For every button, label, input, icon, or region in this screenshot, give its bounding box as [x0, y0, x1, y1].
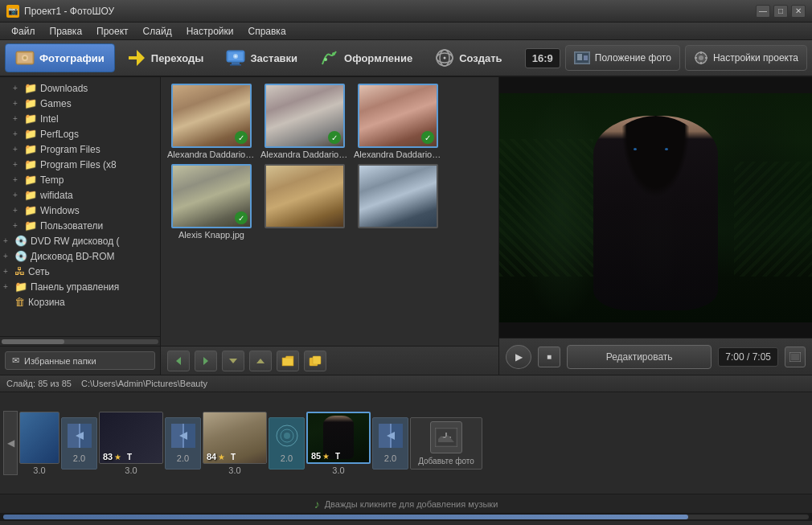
slide-thumb-84[interactable]: 84 ★ T [203, 412, 267, 464]
menu-settings[interactable]: Настройки [180, 24, 240, 39]
tree-item-perflogs[interactable]: + 📁 PerfLogs [0, 126, 160, 142]
svg-rect-31 [283, 359, 293, 365]
edit-btn[interactable]: Редактировать [567, 345, 712, 369]
photo-item-6[interactable] [354, 164, 442, 240]
slide-thumb-pre1[interactable] [19, 412, 59, 464]
tree-label: Intel [40, 113, 59, 125]
copy-btn[interactable] [304, 351, 326, 371]
menu-file[interactable]: Файл [5, 24, 42, 39]
slide-item-pre1[interactable]: 3.0 [19, 412, 59, 475]
photo-position-btn[interactable]: Положение фото [565, 45, 680, 71]
photo-item-3[interactable]: ✓ Alexandra Daddario.jpeg [354, 84, 442, 159]
tree-item-trash[interactable]: 🗑 Корзина [0, 294, 160, 310]
bdrom-icon: 💿 [14, 250, 27, 262]
menu-edit[interactable]: Правка [43, 24, 89, 39]
menubar: Файл Правка Проект Слайд Настройки Справ… [0, 23, 812, 40]
svg-marker-4 [129, 50, 145, 66]
tree-item-downloads[interactable]: + 📁 Downloads [0, 80, 160, 96]
back-btn[interactable] [167, 351, 190, 371]
slide-item-85[interactable]: 85 ★ T 3.0 [306, 412, 371, 475]
tree-item-intel[interactable]: + 📁 Intel [0, 111, 160, 126]
tree-label: Windows [40, 205, 80, 216]
photo-thumb-img-2[interactable]: ✓ [265, 84, 345, 148]
tab-photos[interactable]: Фотографии [5, 43, 115, 72]
tab-create-label: Создать [459, 52, 502, 64]
svg-rect-25 [695, 57, 697, 59]
photo-item-2[interactable]: ✓ Alexandra Daddario (2... [260, 84, 349, 159]
file-tree-scroll[interactable]: + 📁 Downloads + 📁 Games + 📁 Intel + 📁 Pe… [0, 77, 160, 336]
svg-marker-27 [176, 357, 181, 365]
forward-btn[interactable] [195, 351, 217, 371]
tab-create[interactable]: Создать [424, 43, 512, 72]
photo-thumb-img-6[interactable] [358, 164, 438, 228]
network-icon: 🖧 [14, 265, 25, 277]
up-btn[interactable] [249, 351, 272, 371]
photo-thumb-img-5[interactable] [265, 164, 345, 228]
project-settings-btn[interactable]: Настройки проекта [685, 45, 807, 71]
photo-thumb-img-4[interactable]: ✓ [171, 164, 252, 228]
tree-item-windows[interactable]: + 📁 Windows [0, 203, 160, 218]
svg-marker-29 [229, 359, 237, 363]
add-photo-btn[interactable]: Добавьте фото [410, 417, 482, 470]
maximize-btn[interactable]: □ [773, 5, 788, 18]
right-panel: ▶ ■ Редактировать 7:00 / 7:05 [498, 77, 812, 375]
svg-rect-33 [313, 356, 321, 364]
timeline-track[interactable]: ◀ 3.0 2.0 83 ★ [0, 392, 812, 494]
open-folder-btn[interactable] [277, 351, 299, 371]
check-badge-2: ✓ [328, 131, 341, 144]
slide-item-84[interactable]: 84 ★ T 3.0 [203, 412, 267, 475]
favorites-btn[interactable]: ✉ Избранные папки [5, 351, 155, 370]
expand-icon: + [3, 236, 11, 245]
tree-label: Program Files (x8 [40, 159, 117, 170]
slide-thumb-83[interactable]: 83 ★ T [99, 412, 163, 464]
transition-thumb-3[interactable]: 2.0 [269, 417, 305, 470]
transition-thumb-1[interactable]: 2.0 [61, 417, 97, 470]
slide-item-83[interactable]: 83 ★ T 3.0 [99, 412, 163, 475]
music-bar[interactable]: ♪ Дважды кликните для добавления музыки [0, 494, 812, 513]
photo-thumb-img-1[interactable]: ✓ [171, 84, 252, 148]
tree-item-dvd[interactable]: + 💿 DVD RW дисковод ( [0, 233, 160, 248]
tree-label: Сеть [28, 266, 50, 277]
menu-slide[interactable]: Слайд [137, 24, 178, 39]
minimize-btn[interactable]: — [756, 5, 770, 18]
tree-item-bdrom[interactable]: + 💿 Дисковод BD-ROM [0, 248, 160, 264]
tab-design[interactable]: Оформление [310, 43, 423, 72]
fullscreen-btn[interactable] [785, 347, 806, 367]
tree-item-temp[interactable]: + 📁 Temp [0, 172, 160, 187]
timeline-left-nav[interactable]: ◀ [3, 411, 18, 475]
slide-dur-83: 3.0 [125, 466, 137, 475]
play-btn[interactable]: ▶ [506, 345, 531, 369]
svg-rect-7 [232, 62, 240, 64]
slide-num-84: 84 [207, 452, 216, 461]
menu-project[interactable]: Проект [90, 24, 135, 39]
tab-design-label: Оформление [344, 52, 412, 64]
photo-grid[interactable]: ✓ Alexandra Daddario (1... ✓ Alexandra D… [161, 77, 498, 346]
photo-item-4[interactable]: ✓ Alexis Knapp.jpg [167, 164, 256, 240]
center-panel: ✓ Alexandra Daddario (1... ✓ Alexandra D… [161, 77, 498, 375]
photo-thumb-img-3[interactable]: ✓ [358, 84, 438, 148]
stop-btn[interactable]: ■ [538, 347, 560, 367]
close-btn[interactable]: ✕ [791, 5, 806, 18]
slide-thumb-85[interactable]: 85 ★ T [306, 412, 371, 464]
tree-item-network[interactable]: + 🖧 Сеть [0, 264, 160, 279]
tree-item-programfilesx86[interactable]: + 📁 Program Files (x8 [0, 157, 160, 172]
tree-item-programfiles[interactable]: + 📁 Program Files [0, 142, 160, 157]
tree-item-control-panel[interactable]: + 📁 Панель управления [0, 279, 160, 294]
tab-transitions[interactable]: Переходы [117, 43, 215, 72]
photo-item-1[interactable]: ✓ Alexandra Daddario (1... [167, 84, 256, 159]
toolbar: Фотографии Переходы Заставки [0, 40, 812, 77]
transition-thumb-2[interactable]: 2.0 [165, 417, 201, 470]
progress-bar[interactable] [3, 515, 809, 519]
tree-item-users[interactable]: + 📁 Пользователи [0, 218, 160, 233]
down-btn[interactable] [222, 351, 244, 371]
music-label: Дважды кликните для добавления музыки [325, 499, 498, 509]
tree-item-games[interactable]: + 📁 Games [0, 96, 160, 111]
control-panel-icon: 📁 [14, 281, 27, 293]
favorites-label: Избранные папки [24, 356, 96, 366]
scrollbar-area[interactable] [0, 336, 160, 346]
tab-screensavers[interactable]: Заставки [215, 43, 308, 72]
menu-help[interactable]: Справка [241, 24, 292, 39]
photo-item-5[interactable] [260, 164, 349, 240]
tree-item-wifidata[interactable]: + 📁 wifidata [0, 187, 160, 203]
transition-thumb-4[interactable]: 2.0 [372, 417, 408, 470]
